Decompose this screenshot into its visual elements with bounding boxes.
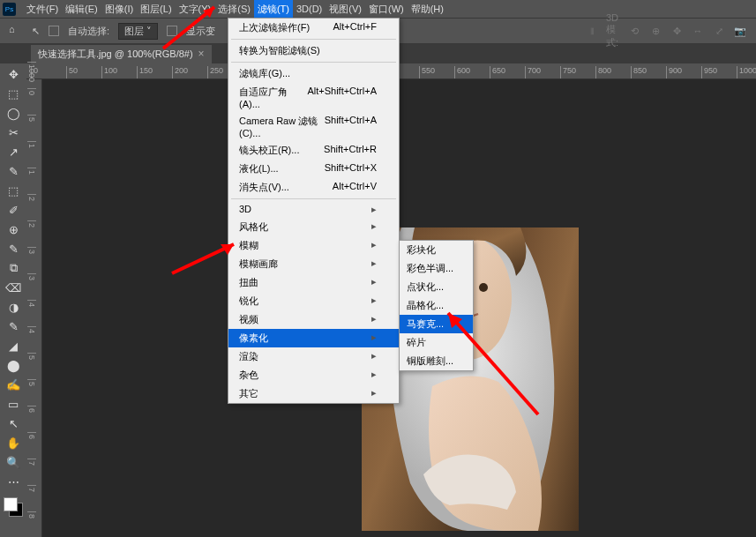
ruler-tick: 250 — [207, 66, 223, 79]
filter-menu-item[interactable]: 其它▸ — [228, 384, 399, 403]
submenu-arrow-icon: ▸ — [371, 369, 377, 382]
filter-menu-item[interactable]: 锐化▸ — [228, 292, 399, 310]
auto-select-checkbox[interactable] — [49, 26, 59, 36]
ruler-tick: 650 — [490, 66, 505, 79]
filter-menu-item[interactable]: 3D▸ — [228, 201, 399, 218]
submenu-arrow-icon: ▸ — [371, 239, 377, 252]
filter-menu-item[interactable]: 渲染▸ — [228, 347, 399, 366]
tool-1[interactable]: ⬚ — [3, 85, 24, 102]
submenu-arrow-icon: ▸ — [371, 387, 377, 400]
filter-menu-item[interactable]: 视频▸ — [228, 310, 399, 329]
submenu-item[interactable]: 点状化... — [400, 278, 473, 296]
submenu-arrow-icon: ▸ — [371, 350, 377, 363]
menu-window[interactable]: 窗口(W) — [365, 0, 408, 19]
submenu-arrow-icon: ▸ — [371, 313, 377, 326]
menu-item-label: 视频 — [239, 313, 258, 326]
color-swatches[interactable] — [4, 497, 23, 517]
filter-menu-item[interactable]: 模糊▸ — [228, 236, 399, 255]
3d-slide-icon[interactable]: ↔ — [691, 24, 705, 38]
tool-2[interactable]: ◯ — [3, 104, 24, 122]
menu-edit[interactable]: 编辑(E) — [62, 0, 101, 19]
filter-menu-item[interactable]: 扭曲▸ — [228, 273, 399, 292]
filter-menu-item[interactable]: 液化(L)...Shift+Ctrl+X — [228, 160, 399, 178]
tool-19[interactable]: ✋ — [3, 434, 24, 451]
ruler-tick: 600 — [454, 66, 470, 79]
tool-15[interactable]: ⬤ — [3, 356, 24, 374]
ruler-tick: 100 — [101, 66, 117, 79]
filter-menu-item[interactable]: 上次滤镜操作(F)Alt+Ctrl+F — [228, 19, 399, 37]
filter-menu-item[interactable]: 转换为智能滤镜(S) — [228, 41, 399, 60]
ruler-tick: 8 — [27, 511, 36, 537]
menu-item-label: 滤镜库(G)... — [239, 67, 290, 80]
submenu-arrow-icon: ▸ — [371, 332, 377, 345]
filter-menu-item[interactable]: 镜头校正(R)...Shift+Ctrl+R — [228, 141, 399, 160]
ruler-tick: 700 — [525, 66, 541, 79]
menu-item-label: 消失点(V)... — [239, 181, 289, 194]
auto-select-label: 自动选择: — [68, 25, 109, 38]
tool-18[interactable]: ↖ — [3, 414, 24, 432]
menu-item-label: 液化(L)... — [239, 162, 279, 175]
tool-0[interactable]: ✥ — [3, 65, 24, 83]
submenu-arrow-icon: ▸ — [371, 257, 377, 271]
ruler-tick: 150 — [137, 66, 153, 79]
submenu-item[interactable]: 彩块化 — [400, 241, 473, 259]
align-icon[interactable]: ⫴ — [585, 24, 599, 38]
menu-help[interactable]: 帮助(H) — [408, 0, 447, 19]
menu-item-label: 其它 — [239, 387, 258, 400]
tool-3[interactable]: ✂ — [3, 123, 24, 141]
menu-shortcut: Shift+Ctrl+X — [325, 162, 377, 175]
filter-menu-item[interactable]: 杂色▸ — [228, 366, 399, 384]
home-icon[interactable]: ⌂ — [9, 24, 23, 38]
tool-17[interactable]: ▭ — [3, 395, 24, 413]
menu-3d[interactable]: 3D(D) — [293, 1, 326, 17]
tool-8[interactable]: ⊕ — [3, 220, 24, 238]
tool-11[interactable]: ⌫ — [3, 279, 24, 296]
auto-select-dropdown[interactable]: 图层 ˅ — [118, 23, 158, 40]
menu-item-label: 3D — [239, 204, 251, 215]
annotation-arrow — [168, 234, 247, 281]
filter-menu-item[interactable]: 模糊画廊▸ — [228, 255, 399, 273]
menu-view[interactable]: 视图(V) — [326, 0, 365, 19]
tool-6[interactable]: ⬚ — [3, 182, 24, 199]
menu-file[interactable]: 文件(F) — [23, 0, 62, 19]
filter-menu-item[interactable]: 消失点(V)...Alt+Ctrl+V — [228, 178, 399, 197]
3d-pan-icon[interactable]: ✥ — [670, 24, 684, 38]
tool-14[interactable]: ◢ — [3, 337, 24, 354]
menu-image[interactable]: 图像(I) — [101, 0, 137, 19]
tool-13[interactable]: ✎ — [3, 317, 24, 335]
tool-12[interactable]: ◑ — [3, 298, 24, 316]
3d-scale-icon[interactable]: ⤢ — [712, 24, 726, 38]
tool-4[interactable]: ↗ — [3, 143, 24, 160]
menu-item-label: 转换为智能滤镜(S) — [239, 44, 320, 57]
menu-filter[interactable]: 滤镜(T) — [254, 0, 293, 19]
tool-preset-icon[interactable]: ↖ — [32, 26, 40, 37]
tool-10[interactable]: ⧉ — [3, 259, 24, 277]
tool-7[interactable]: ✐ — [3, 201, 24, 219]
tool-21[interactable]: ⋯ — [3, 473, 24, 490]
ruler-vertical: 100005112233445566778 — [26, 79, 42, 537]
svg-point-3 — [479, 283, 488, 292]
ruler-tick: 900 — [666, 66, 682, 79]
3d-orbit-icon[interactable]: ⟲ — [627, 24, 641, 38]
filter-menu-item[interactable]: 自适应广角(A)...Alt+Shift+Ctrl+A — [228, 83, 399, 112]
toolbox: ✥⬚◯✂↗✎⬚✐⊕✎⧉⌫◑✎◢⬤✍▭↖✋🔍⋯ — [0, 63, 26, 537]
filter-menu-item[interactable]: 风格化▸ — [228, 218, 399, 236]
3d-roll-icon[interactable]: ⊕ — [648, 24, 662, 38]
menu-item-label: 自适应广角(A)... — [239, 86, 307, 109]
3d-camera-icon[interactable]: 📷 — [733, 24, 747, 38]
submenu-arrow-icon: ▸ — [371, 276, 377, 289]
submenu-arrow-icon: ▸ — [371, 220, 377, 234]
tool-20[interactable]: 🔍 — [3, 453, 24, 471]
menu-item-label: 渲染 — [239, 350, 258, 363]
menu-item-label: 镜头校正(R)... — [239, 144, 299, 157]
tool-9[interactable]: ✎ — [3, 240, 24, 257]
menu-shortcut: Alt+Ctrl+F — [333, 21, 377, 34]
tool-16[interactable]: ✍ — [3, 376, 24, 393]
app-logo: Ps — [3, 3, 16, 16]
tool-5[interactable]: ✎ — [3, 162, 24, 180]
menu-item-label: 杂色 — [239, 369, 258, 382]
filter-menu-item[interactable]: 像素化▸ — [228, 329, 399, 347]
submenu-item[interactable]: 彩色半调... — [400, 259, 473, 278]
filter-menu-item[interactable]: Camera Raw 滤镜(C)...Shift+Ctrl+A — [228, 112, 399, 141]
filter-menu-item[interactable]: 滤镜库(G)... — [228, 64, 399, 83]
